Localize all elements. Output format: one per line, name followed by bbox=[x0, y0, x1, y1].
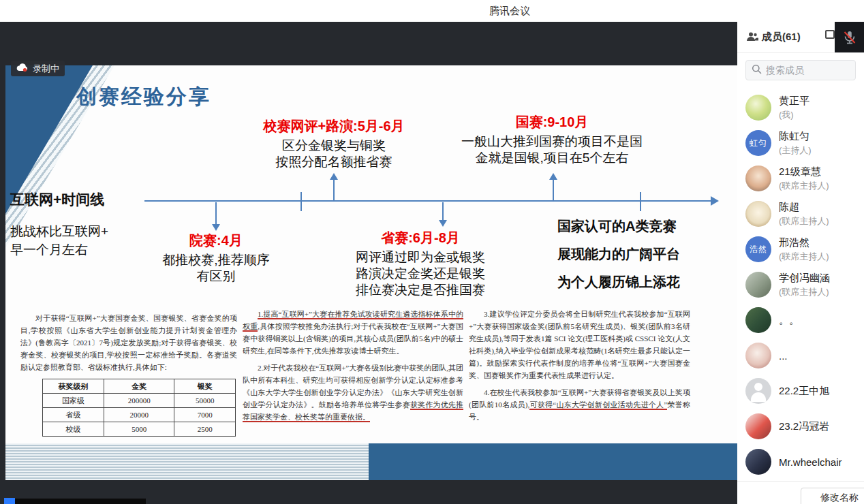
table-header-cell: 获奖级别 bbox=[43, 379, 104, 394]
table-row: 省级 20000 7000 bbox=[43, 408, 236, 422]
member-row[interactable]: 22.2王中旭 bbox=[737, 373, 864, 409]
members-icon bbox=[746, 31, 758, 42]
member-name: 。。 bbox=[779, 314, 799, 327]
down-arrow bbox=[442, 202, 444, 221]
table-row: 国家级 200000 50000 bbox=[43, 394, 236, 408]
member-role: (联席主持人) bbox=[779, 286, 830, 298]
timeline-title: 互联网+时间线 bbox=[10, 190, 104, 209]
rename-button[interactable]: 修改名称 bbox=[801, 488, 864, 504]
member-avatar bbox=[745, 201, 771, 227]
down-arrow bbox=[215, 202, 217, 225]
member-row[interactable]: 23.2冯冠岩 bbox=[737, 409, 864, 444]
milestone-line: 有区别 bbox=[127, 268, 305, 285]
table-cell: 5000 bbox=[104, 422, 174, 437]
table-cell: 50000 bbox=[174, 394, 236, 408]
table-cell: 200000 bbox=[104, 394, 174, 408]
member-name: 学创冯幽涵 bbox=[779, 272, 830, 285]
member-name: 23.2冯冠岩 bbox=[779, 420, 829, 433]
up-arrowhead bbox=[549, 173, 557, 180]
taskbar-fragment-blue bbox=[4, 498, 15, 504]
table-header-cell: 金奖 bbox=[104, 379, 174, 394]
member-row[interactable]: 。。 bbox=[737, 302, 864, 338]
award-amount-table: 获奖级别 金奖 银奖 国家级 200000 50000 省级 20000 700… bbox=[42, 379, 236, 437]
popout-icon[interactable] bbox=[825, 30, 835, 39]
member-list[interactable]: 黄正平(我)虹匀陈虹匀(主持人)21级章慧(联席主持人)陈超(联席主持人)浩然邢… bbox=[737, 90, 864, 481]
timeline-axis-arrowhead bbox=[711, 196, 719, 206]
member-name: 陈虹匀 bbox=[779, 130, 812, 143]
cloud-record-icon bbox=[16, 63, 29, 75]
timeline-tick bbox=[300, 192, 302, 211]
member-avatar bbox=[745, 307, 771, 333]
muted-video-thumbnail[interactable] bbox=[835, 22, 864, 52]
member-row[interactable]: 虹匀陈虹匀(主持人) bbox=[737, 125, 864, 161]
member-row[interactable]: Mr.wheelchair bbox=[737, 444, 864, 479]
member-avatar: 浩然 bbox=[745, 236, 771, 262]
policy-paragraph: 2.对于代表我校在“互联网+”大赛各级别比赛中获奖的团队,其团队中所有本科生、研… bbox=[243, 362, 463, 423]
taskbar-fragment bbox=[15, 499, 146, 504]
member-avatar bbox=[745, 95, 771, 121]
member-avatar bbox=[745, 272, 771, 298]
slide-footer-stripes bbox=[5, 443, 369, 480]
member-name: ... bbox=[779, 350, 788, 362]
up-arrowhead bbox=[330, 173, 338, 180]
milestone-college: 院赛:4月 都推校赛,推荐顺序 有区别 bbox=[127, 232, 305, 285]
member-avatar bbox=[745, 449, 771, 475]
member-name: 22.2王中旭 bbox=[779, 385, 829, 398]
highlight-line: 展现能力的广阔平台 bbox=[557, 240, 721, 268]
members-count: 成员(61) bbox=[762, 31, 801, 44]
window-title: 腾讯会议 bbox=[489, 5, 530, 18]
policy-excerpt-reward: 对于获得“互联网+”大赛国赛金奖、国赛银奖、省赛金奖的项目,学校按照《山东省大学… bbox=[20, 312, 237, 378]
member-role: (联席主持人) bbox=[779, 251, 829, 263]
up-arrow bbox=[333, 179, 335, 201]
milestone-line: 排位赛决定是否推国赛 bbox=[318, 282, 523, 298]
milestone-line: 网评通过即为金或银奖 bbox=[318, 249, 523, 266]
window-titlebar: 腾讯会议 bbox=[0, 0, 864, 22]
policy-paragraph: 1.提高“互联网+”大赛在推荐免试攻读研究生遴选指标体系中的权重,具体按照学校推… bbox=[243, 308, 463, 357]
member-row[interactable]: 学创冯幽涵(联席主持人) bbox=[737, 267, 864, 302]
member-avatar bbox=[745, 343, 771, 368]
member-avatar bbox=[745, 378, 771, 404]
member-row[interactable]: 21级章慧(联席主持人) bbox=[737, 161, 864, 196]
member-role: (联席主持人) bbox=[779, 215, 829, 227]
member-row[interactable]: 陈超(联席主持人) bbox=[737, 196, 864, 232]
table-cell: 国家级 bbox=[43, 394, 104, 408]
member-name: 21级章慧 bbox=[779, 166, 829, 178]
milestone-school-review: 校赛网评+路演:5月-6月 区分金银奖与铜奖 按照分配名额推省赛 bbox=[228, 117, 439, 170]
members-panel-footer: 修改名称 bbox=[737, 481, 864, 504]
milestone-national: 国赛:9-10月 一般山大推到国赛的项目不是国 金就是国银,项目在5个左右 bbox=[433, 113, 671, 166]
default-avatar-icon bbox=[745, 378, 771, 404]
table-cell: 20000 bbox=[104, 408, 174, 422]
timeline-note-line: 早一个月左右 bbox=[10, 240, 108, 259]
timeline-tick bbox=[640, 192, 641, 211]
milestone-line: 区分金银奖与铜奖 bbox=[228, 138, 439, 154]
member-search[interactable] bbox=[745, 60, 856, 80]
up-arrow bbox=[553, 179, 554, 201]
recording-indicator[interactable]: 录制中 bbox=[11, 61, 65, 76]
milestone-line: 一般山大推到国赛的项目不是国 bbox=[433, 133, 671, 150]
highlight-line: 为个人履历锦上添花 bbox=[557, 268, 721, 296]
member-row[interactable]: 黄正平(我) bbox=[737, 90, 864, 125]
search-input[interactable] bbox=[766, 65, 850, 76]
member-row[interactable]: ... bbox=[737, 338, 864, 373]
member-role: (我) bbox=[779, 109, 809, 121]
policy-excerpt-points-1-2: 1.提高“互联网+”大赛在推荐免试攻读研究生遴选指标体系中的权重,具体按照学校推… bbox=[243, 308, 463, 428]
milestone-line: 路演决定金奖还是银奖 bbox=[318, 266, 523, 282]
table-header-row: 获奖级别 金奖 银奖 bbox=[43, 379, 236, 394]
timeline-axis bbox=[144, 200, 712, 202]
member-name: 陈超 bbox=[779, 201, 829, 214]
member-role: (联席主持人) bbox=[779, 180, 829, 192]
mic-muted-icon bbox=[842, 29, 858, 46]
policy-paragraph: 4.在校生代表我校参加“互联网+”大赛获得省赛银奖及以上奖项(团队前10名成员)… bbox=[469, 386, 690, 423]
tencent-meeting-window: 腾讯会议 创赛经验分享 互联网+时间线 挑战杯比互联网+ 早一个月左右 bbox=[0, 0, 864, 504]
member-avatar: 虹匀 bbox=[745, 130, 771, 156]
down-arrowhead bbox=[212, 224, 220, 231]
milestone-heading: 省赛:6月-8月 bbox=[318, 229, 523, 247]
recording-label: 录制中 bbox=[33, 63, 59, 75]
table-cell: 7000 bbox=[174, 408, 236, 422]
member-avatar bbox=[745, 413, 771, 439]
down-arrowhead bbox=[439, 220, 447, 227]
member-row[interactable]: 浩然邢浩然(联席主持人) bbox=[737, 232, 864, 267]
screen-share-area: 创赛经验分享 互联网+时间线 挑战杯比互联网+ 早一个月左右 校赛网评+路演:5… bbox=[0, 22, 737, 504]
timeline-note: 挑战杯比互联网+ 早一个月左右 bbox=[10, 222, 108, 259]
slide-title: 创赛经验分享 bbox=[76, 83, 211, 111]
